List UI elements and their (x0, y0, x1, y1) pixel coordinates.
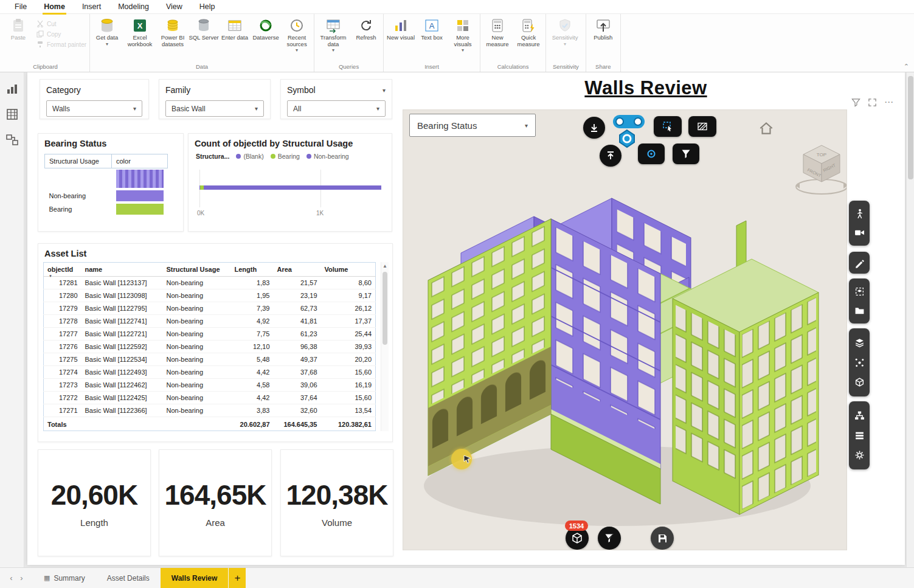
column-header-area[interactable]: Area (274, 263, 321, 277)
gem-mode-button[interactable] (617, 129, 637, 148)
scrollbar-thumb[interactable] (908, 76, 913, 179)
table-row[interactable]: 17279Basic Wall [1122795]Non-bearing7,39… (44, 302, 376, 315)
table-row[interactable]: 17274Basic Wall [1122493]Non-bearing4,42… (44, 366, 376, 379)
bearing-row[interactable]: Non-bearing (45, 189, 168, 202)
asset-list-visual[interactable]: Asset List objectId▼ name Structural Usa… (38, 243, 393, 442)
download-view-button[interactable] (583, 117, 605, 139)
symbol-dropdown[interactable]: All▾ (287, 100, 386, 117)
focus-mode-icon[interactable] (868, 98, 877, 107)
levels-icon[interactable] (854, 431, 865, 441)
bearing-row[interactable] (45, 168, 168, 190)
model-tree-icon[interactable] (854, 410, 865, 421)
bearing-status-dropdown[interactable]: Bearing Status ▾ (409, 114, 536, 137)
hatch-display-button[interactable] (688, 116, 716, 137)
report-view-icon[interactable] (5, 82, 19, 95)
gear-icon[interactable] (854, 450, 865, 460)
orientation-cube[interactable]: TOP FRONT RIGHT (794, 140, 847, 198)
viewer-filter-button[interactable] (673, 144, 699, 164)
publish-button[interactable]: Publish (588, 15, 618, 41)
format-painter-button[interactable]: Format painter (36, 41, 86, 48)
data-view-icon[interactable] (5, 108, 19, 121)
walk-mode-icon[interactable] (854, 209, 865, 219)
new-visual-button[interactable]: New visual (386, 15, 416, 41)
target-mode-button[interactable] (638, 144, 665, 164)
app-scrollbar[interactable] (906, 72, 914, 567)
menu-home[interactable]: Home (35, 1, 74, 13)
toggle-pill-button[interactable] (613, 115, 645, 128)
legend-item[interactable]: Bearing (271, 153, 300, 160)
sensitivity-button[interactable]: Sensitivity▾ (548, 15, 582, 46)
more-visuals-button[interactable]: More visuals▾ (448, 15, 478, 52)
table-row[interactable]: 17280Basic Wall [1123098]Non-bearing1,95… (44, 289, 376, 302)
isolate-cube-icon[interactable] (854, 377, 865, 387)
menu-insert[interactable]: Insert (74, 1, 109, 13)
get-data-button[interactable]: Get data▾ (92, 15, 122, 46)
table-row[interactable]: 17278Basic Wall [1122741]Non-bearing4,92… (44, 315, 376, 328)
column-header[interactable]: Structural Usage (45, 154, 112, 168)
camera-icon[interactable] (854, 227, 865, 238)
menu-file[interactable]: File (6, 1, 35, 13)
paste-button[interactable]: Paste (3, 15, 33, 41)
folder-icon[interactable] (854, 305, 865, 316)
explode-icon[interactable] (854, 358, 865, 368)
copy-button[interactable]: Copy (36, 30, 86, 38)
table-row[interactable]: 17276Basic Wall [1122592]Non-bearing12,1… (44, 341, 376, 353)
table-row[interactable]: 17271Basic Wall [1122366]Non-bearing3,83… (44, 404, 376, 417)
refresh-button[interactable]: Refresh (351, 15, 381, 41)
table-row[interactable]: 17273Basic Wall [1122462]Non-bearing4,58… (44, 379, 376, 392)
transform-data-button[interactable]: Transform data▾ (316, 15, 350, 52)
selection-tool-button[interactable] (654, 116, 682, 137)
dataverse-button[interactable]: Dataverse (251, 15, 281, 41)
scrollbar-thumb[interactable] (383, 272, 387, 345)
save-view-button[interactable] (651, 527, 674, 550)
measure-pencil-icon[interactable] (854, 258, 865, 268)
power-bi-datasets-button[interactable]: Power BI datasets (158, 15, 188, 47)
scroll-up-icon[interactable]: ▲ (381, 262, 389, 269)
collapse-ribbon-button[interactable]: ⌃ (904, 63, 909, 71)
area-kpi-card[interactable]: 164,65K Area (159, 449, 272, 556)
text-box-button[interactable]: A Text box (417, 15, 447, 41)
quick-measure-button[interactable]: Quick measure (513, 15, 544, 47)
bim-3d-viewer[interactable]: Bearing Status ▾ (403, 109, 847, 550)
menu-help[interactable]: Help (191, 1, 224, 13)
table-row[interactable]: 17281Basic Wall [1123137]Non-bearing1,83… (44, 277, 376, 289)
tab-prev-button[interactable]: ‹ (6, 573, 16, 583)
column-header-volume[interactable]: Volume (321, 263, 376, 277)
new-measure-button[interactable]: New measure (482, 15, 513, 47)
volume-kpi-card[interactable]: 120,38K Volume (280, 449, 393, 556)
enter-data-button[interactable]: Enter data (220, 15, 250, 41)
excel-workbook-button[interactable]: X Excel workbook (123, 15, 157, 47)
legend-item[interactable]: (Blank) (236, 153, 263, 160)
table-scrollbar[interactable]: ▲ (381, 262, 389, 431)
filter-icon[interactable] (851, 98, 860, 107)
bearing-status-visual[interactable]: Bearing Status Structural Usage color No… (38, 133, 184, 232)
table-row[interactable]: 17272Basic Wall [1122425]Non-bearing4,42… (44, 392, 376, 404)
legend-item[interactable]: Non-bearing (306, 153, 349, 160)
section-box-icon[interactable] (854, 286, 865, 297)
structural-usage-chart[interactable]: Count of objectId by Structural Usage St… (188, 133, 392, 232)
bearing-row[interactable]: Bearing (45, 202, 168, 216)
page-tab-walls-review[interactable]: Walls Review (161, 568, 229, 588)
column-header-length[interactable]: Length (231, 263, 274, 277)
column-header-objectid[interactable]: objectId▼ (44, 263, 81, 277)
home-view-icon[interactable] (758, 120, 775, 137)
more-options-icon[interactable]: ⋯ (884, 97, 893, 108)
length-kpi-card[interactable]: 20,60K Length (38, 449, 151, 556)
page-tab-asset-details[interactable]: Asset Details (96, 568, 161, 588)
column-header[interactable]: color (112, 154, 168, 168)
sql-server-button[interactable]: SQL Server (189, 15, 219, 41)
add-page-button[interactable]: + (229, 568, 246, 588)
bar-segment[interactable] (204, 185, 381, 190)
category-dropdown[interactable]: Walls▾ (46, 100, 142, 117)
model-view-icon[interactable] (5, 133, 19, 147)
menu-view[interactable]: View (158, 1, 191, 13)
family-dropdown[interactable]: Basic Wall▾ (165, 100, 264, 117)
column-header-name[interactable]: name (81, 263, 163, 277)
tab-next-button[interactable]: › (16, 573, 27, 583)
3d-building-visual[interactable] (403, 110, 847, 550)
menu-modeling[interactable]: Modeling (109, 1, 158, 13)
column-header-usage[interactable]: Structural Usage (163, 263, 231, 277)
upload-view-button[interactable] (600, 145, 621, 167)
clear-filter-button[interactable] (598, 527, 621, 550)
chart-plot-area[interactable]: 0K 1K (199, 170, 382, 207)
